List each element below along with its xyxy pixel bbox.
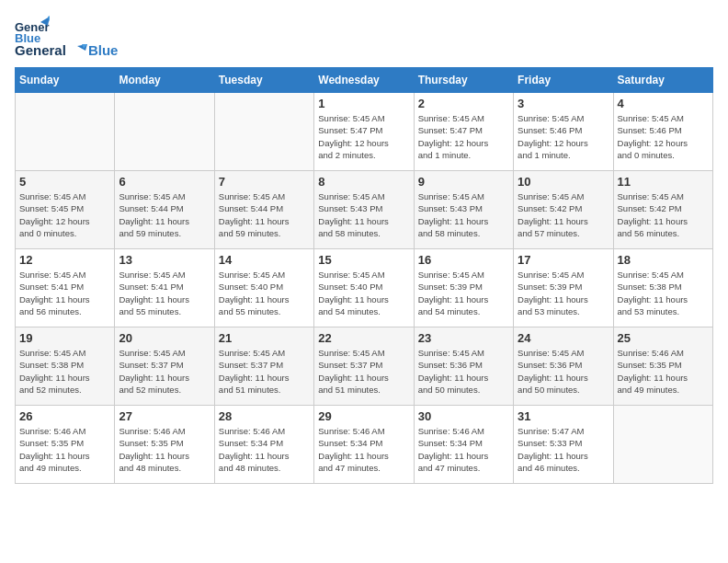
day-info: Sunrise: 5:45 AM Sunset: 5:40 PM Dayligh… [318,269,409,317]
calendar-cell: 28Sunrise: 5:46 AM Sunset: 5:34 PM Dayli… [214,406,313,484]
calendar-week-3: 12Sunrise: 5:45 AM Sunset: 5:41 PM Dayli… [16,249,713,327]
day-number: 4 [618,97,709,110]
calendar-cell [115,93,214,171]
calendar-cell: 9Sunrise: 5:45 AM Sunset: 5:43 PM Daylig… [414,171,513,249]
day-info: Sunrise: 5:46 AM Sunset: 5:34 PM Dayligh… [318,425,409,474]
day-number: 27 [119,409,210,423]
day-info: Sunrise: 5:45 AM Sunset: 5:37 PM Dayligh… [318,347,409,396]
calendar-cell: 15Sunrise: 5:45 AM Sunset: 5:40 PM Dayli… [314,249,414,327]
day-info: Sunrise: 5:45 AM Sunset: 5:47 PM Dayligh… [318,112,409,161]
day-number: 1 [318,97,409,110]
calendar-week-2: 5Sunrise: 5:45 AM Sunset: 5:45 PM Daylig… [16,171,713,249]
day-number: 3 [518,97,609,110]
calendar-cell: 30Sunrise: 5:46 AM Sunset: 5:34 PM Dayli… [414,406,513,484]
calendar-cell: 17Sunrise: 5:45 AM Sunset: 5:39 PM Dayli… [514,249,613,327]
day-number: 29 [318,409,409,423]
day-number: 2 [418,97,509,110]
calendar-cell: 18Sunrise: 5:45 AM Sunset: 5:38 PM Dayli… [613,249,712,327]
col-header-tuesday: Tuesday [214,68,313,93]
calendar-cell: 24Sunrise: 5:45 AM Sunset: 5:36 PM Dayli… [514,327,613,406]
day-number: 6 [119,175,210,189]
calendar-week-5: 26Sunrise: 5:46 AM Sunset: 5:35 PM Dayli… [16,406,713,484]
day-info: Sunrise: 5:45 AM Sunset: 5:45 PM Dayligh… [19,190,110,239]
page-header: General Blue General Blue [15,15,713,58]
day-info: Sunrise: 5:46 AM Sunset: 5:34 PM Dayligh… [219,425,310,474]
day-info: Sunrise: 5:45 AM Sunset: 5:39 PM Dayligh… [518,269,609,317]
calendar-cell: 25Sunrise: 5:46 AM Sunset: 5:35 PM Dayli… [613,327,712,406]
day-number: 11 [618,175,709,189]
day-info: Sunrise: 5:45 AM Sunset: 5:41 PM Dayligh… [119,269,210,317]
calendar-cell: 2Sunrise: 5:45 AM Sunset: 5:47 PM Daylig… [414,93,513,171]
day-info: Sunrise: 5:45 AM Sunset: 5:47 PM Dayligh… [418,112,509,161]
day-info: Sunrise: 5:45 AM Sunset: 5:46 PM Dayligh… [518,112,609,161]
calendar-cell: 10Sunrise: 5:45 AM Sunset: 5:42 PM Dayli… [514,171,613,249]
day-number: 25 [618,331,709,345]
day-info: Sunrise: 5:45 AM Sunset: 5:41 PM Dayligh… [19,269,110,317]
calendar-cell [16,93,115,171]
col-header-sunday: Sunday [16,68,115,93]
calendar-cell: 13Sunrise: 5:45 AM Sunset: 5:41 PM Dayli… [115,249,214,327]
day-info: Sunrise: 5:45 AM Sunset: 5:42 PM Dayligh… [618,190,709,239]
calendar-cell [214,93,313,171]
day-info: Sunrise: 5:46 AM Sunset: 5:34 PM Dayligh… [418,425,509,474]
calendar-cell: 20Sunrise: 5:45 AM Sunset: 5:37 PM Dayli… [115,327,214,406]
calendar-cell: 4Sunrise: 5:45 AM Sunset: 5:46 PM Daylig… [613,93,712,171]
col-header-saturday: Saturday [613,68,712,93]
day-info: Sunrise: 5:45 AM Sunset: 5:38 PM Dayligh… [19,347,110,396]
day-number: 30 [418,409,509,423]
calendar-cell: 5Sunrise: 5:45 AM Sunset: 5:45 PM Daylig… [16,171,115,249]
day-number: 16 [418,253,509,267]
day-info: Sunrise: 5:46 AM Sunset: 5:35 PM Dayligh… [119,425,210,474]
day-info: Sunrise: 5:45 AM Sunset: 5:43 PM Dayligh… [418,190,509,239]
calendar-cell: 6Sunrise: 5:45 AM Sunset: 5:44 PM Daylig… [115,171,214,249]
day-number: 5 [19,175,110,189]
calendar-cell: 8Sunrise: 5:45 AM Sunset: 5:43 PM Daylig… [314,171,414,249]
calendar-cell: 27Sunrise: 5:46 AM Sunset: 5:35 PM Dayli… [115,406,214,484]
day-info: Sunrise: 5:47 AM Sunset: 5:33 PM Dayligh… [518,425,609,474]
day-info: Sunrise: 5:45 AM Sunset: 5:40 PM Dayligh… [219,269,310,317]
day-number: 7 [219,175,310,189]
day-number: 13 [119,253,210,267]
calendar-cell: 22Sunrise: 5:45 AM Sunset: 5:37 PM Dayli… [314,327,414,406]
day-info: Sunrise: 5:46 AM Sunset: 5:35 PM Dayligh… [618,347,709,396]
day-number: 18 [618,253,709,267]
logo: General Blue General Blue [15,15,118,58]
calendar-cell: 12Sunrise: 5:45 AM Sunset: 5:41 PM Dayli… [16,249,115,327]
calendar-cell: 3Sunrise: 5:45 AM Sunset: 5:46 PM Daylig… [514,93,613,171]
day-info: Sunrise: 5:45 AM Sunset: 5:39 PM Dayligh… [418,269,509,317]
day-number: 10 [518,175,609,189]
day-number: 12 [19,253,110,267]
day-number: 21 [219,331,310,345]
day-info: Sunrise: 5:45 AM Sunset: 5:38 PM Dayligh… [618,269,709,317]
day-info: Sunrise: 5:45 AM Sunset: 5:44 PM Dayligh… [119,190,210,239]
calendar-cell: 31Sunrise: 5:47 AM Sunset: 5:33 PM Dayli… [514,406,613,484]
day-info: Sunrise: 5:45 AM Sunset: 5:37 PM Dayligh… [219,347,310,396]
day-number: 20 [119,331,210,345]
day-number: 24 [518,331,609,345]
logo-bird-icon [67,44,87,57]
calendar-table: SundayMondayTuesdayWednesdayThursdayFrid… [15,67,713,484]
day-number: 28 [219,409,310,423]
calendar-cell: 26Sunrise: 5:46 AM Sunset: 5:35 PM Dayli… [16,406,115,484]
day-number: 8 [318,175,409,189]
logo-blue-text: Blue [88,42,119,58]
day-info: Sunrise: 5:45 AM Sunset: 5:37 PM Dayligh… [119,347,210,396]
day-info: Sunrise: 5:45 AM Sunset: 5:44 PM Dayligh… [219,190,310,239]
day-number: 15 [318,253,409,267]
col-header-friday: Friday [514,68,613,93]
day-info: Sunrise: 5:45 AM Sunset: 5:36 PM Dayligh… [518,347,609,396]
day-number: 23 [418,331,509,345]
day-info: Sunrise: 5:45 AM Sunset: 5:36 PM Dayligh… [418,347,509,396]
calendar-cell: 1Sunrise: 5:45 AM Sunset: 5:47 PM Daylig… [314,93,414,171]
calendar-cell: 21Sunrise: 5:45 AM Sunset: 5:37 PM Dayli… [214,327,313,406]
calendar-cell: 29Sunrise: 5:46 AM Sunset: 5:34 PM Dayli… [314,406,414,484]
calendar-cell: 11Sunrise: 5:45 AM Sunset: 5:42 PM Dayli… [613,171,712,249]
calendar-header-row: SundayMondayTuesdayWednesdayThursdayFrid… [16,68,713,93]
day-number: 26 [19,409,110,423]
day-info: Sunrise: 5:45 AM Sunset: 5:42 PM Dayligh… [518,190,609,239]
calendar-week-4: 19Sunrise: 5:45 AM Sunset: 5:38 PM Dayli… [16,327,713,406]
day-info: Sunrise: 5:46 AM Sunset: 5:35 PM Dayligh… [19,425,110,474]
day-number: 17 [518,253,609,267]
day-number: 19 [19,331,110,345]
col-header-thursday: Thursday [414,68,513,93]
